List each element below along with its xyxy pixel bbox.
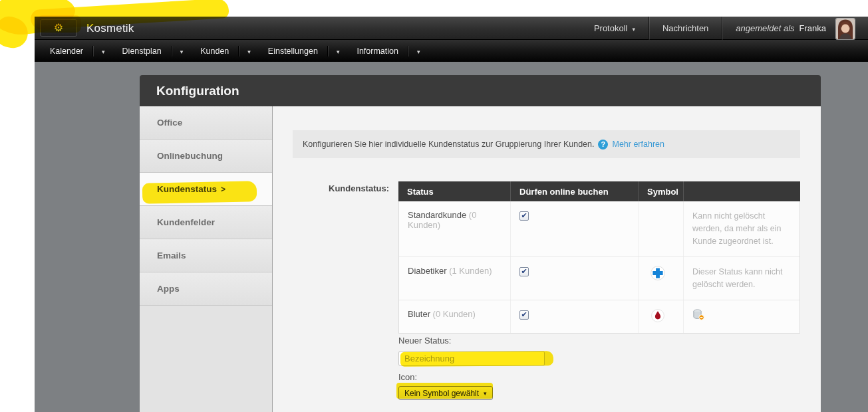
chevron-down-icon[interactable]: ▾ <box>408 49 431 55</box>
sidebar-item-label: Apps <box>157 284 180 294</box>
settings-gear-button[interactable]: ⚙ <box>40 19 77 37</box>
info-box: Konfigurieren Sie hier individuelle Kund… <box>293 130 800 158</box>
sidebar-item-label: Kundenstatus <box>157 184 217 194</box>
highlight-marker-topleft <box>0 14 31 51</box>
kundenstatus-form-label: Kundenstatus: <box>273 183 389 193</box>
note-cell: Dieser Status kann nicht gelöscht werden… <box>683 257 799 300</box>
online-checkbox[interactable]: ✔ <box>519 310 529 320</box>
nav-item-dienstplan: Dienstplan▾ <box>116 40 194 62</box>
symbol-dropdown-label: Kein Symbol gewählt <box>404 389 479 398</box>
column-header-d-rfen-online-buchen: Dürfen online buchen <box>510 181 638 201</box>
symbol-cell <box>638 300 683 333</box>
sidebar-item-kundenstatus[interactable]: Kundenstatus> <box>140 173 272 206</box>
user-account[interactable]: angemeldet als Franka <box>722 17 868 40</box>
panel-body: OfficeOnlinebuchungKundenstatus>Kundenfe… <box>140 106 821 412</box>
nav-label-dienstplan[interactable]: Dienstplan <box>116 47 171 56</box>
status-name: Bluter <box>408 309 430 319</box>
note-cell <box>683 300 799 333</box>
new-status-name-input[interactable] <box>398 351 545 366</box>
sidebar-item-kundenfelder[interactable]: Kundenfelder <box>140 206 272 239</box>
config-content: Konfigurieren Sie hier individuelle Kund… <box>273 106 821 412</box>
sidebar-item-apps[interactable]: Apps <box>140 272 272 306</box>
status-cell: Bluter (0 Kunden) <box>399 300 510 333</box>
user-name: Franka <box>799 23 826 33</box>
signed-in-label: angemeldet als <box>736 23 794 33</box>
symbol-dropdown[interactable]: Kein Symbol gewählt ▾ <box>398 386 493 400</box>
nav-item-kunden: Kunden▾ <box>194 40 261 62</box>
sidebar-item-office[interactable]: Office <box>140 106 272 140</box>
chevron-down-icon[interactable]: ▾ <box>172 49 194 55</box>
info-text: Konfigurieren Sie hier individuelle Kund… <box>303 140 594 149</box>
online-checkbox[interactable]: ✔ <box>519 211 529 221</box>
nav-item-information: Information▾ <box>350 40 430 62</box>
status-count: (1 Kunden) <box>447 266 492 276</box>
app-window: ⚙ Kosmetik Protokoll ▾ Nachrichten angem… <box>35 17 868 412</box>
table-body: Standardkunde (0 Kunden)✔Kann nicht gelö… <box>398 201 800 334</box>
active-arrow-icon: > <box>221 185 225 194</box>
online-checkbox[interactable]: ✔ <box>519 267 529 276</box>
app-title: Kosmetik <box>86 17 134 40</box>
table-header-row: StatusDürfen online buchenSymbol <box>398 181 800 201</box>
mehr-erfahren-link[interactable]: Mehr erfahren <box>612 140 664 149</box>
protokoll-label: Protokoll <box>594 23 628 33</box>
sidebar-item-label: Office <box>157 118 182 128</box>
table-row-diabetiker: Diabetiker (1 Kunden)✔Dieser Status kann… <box>399 257 799 300</box>
delete-status-icon[interactable] <box>692 309 704 322</box>
nav-item-einstellungen: Einstellungen▾ <box>261 40 351 62</box>
help-icon[interactable]: ? <box>598 140 608 150</box>
column-header-actions <box>683 181 800 201</box>
status-cell: Diabetiker (1 Kunden) <box>399 257 510 300</box>
nachrichten-menu[interactable]: Nachrichten <box>649 17 722 40</box>
page-title: Konfiguration <box>140 75 821 106</box>
main-nav: Kalender▾Dienstplan▾Kunden▾Einstellungen… <box>35 40 868 62</box>
column-header-symbol: Symbol <box>638 181 683 201</box>
nav-item-kalender: Kalender▾ <box>43 40 116 62</box>
topbar: ⚙ Kosmetik Protokoll ▾ Nachrichten angem… <box>35 17 868 40</box>
status-count: (0 Kunden) <box>430 309 476 319</box>
online-buchen-cell: ✔ <box>510 201 638 257</box>
sidebar-item-label: Emails <box>157 251 186 260</box>
page: ⚙ Kosmetik Protokoll ▾ Nachrichten angem… <box>0 0 868 412</box>
sidebar-item-label: Onlinebuchung <box>157 151 223 161</box>
topbar-right: Protokoll ▾ Nachrichten angemeldet als F… <box>581 17 868 40</box>
status-note: Kann nicht gelöscht werden, da mehr als … <box>692 210 793 248</box>
online-buchen-cell: ✔ <box>510 300 638 333</box>
symbol-cell <box>638 201 683 257</box>
sidebar-item-emails[interactable]: Emails <box>140 239 272 272</box>
symbol-cell <box>638 257 683 300</box>
note-cell: Kann nicht gelöscht werden, da mehr als … <box>683 201 799 257</box>
konfiguration-panel: Konfiguration OfficeOnlinebuchungKundens… <box>140 75 821 412</box>
content-stage: Konfiguration OfficeOnlinebuchungKundens… <box>35 62 868 412</box>
column-header-status: Status <box>398 181 510 201</box>
protokoll-menu[interactable]: Protokoll ▾ <box>581 17 649 40</box>
nachrichten-label: Nachrichten <box>662 23 708 33</box>
chevron-down-icon: ▾ <box>632 26 635 33</box>
table-row-bluter: Bluter (0 Kunden)✔ <box>399 300 799 333</box>
chevron-down-icon[interactable]: ▾ <box>93 49 116 55</box>
config-sidebar: OfficeOnlinebuchungKundenstatus>Kundenfe… <box>140 106 273 412</box>
status-note: Dieser Status kann nicht gelöscht werden… <box>692 266 793 291</box>
status-name: Diabetiker <box>408 266 447 276</box>
red-drop-icon <box>651 309 664 324</box>
blue-cross-icon <box>651 266 665 291</box>
nav-label-einstellungen[interactable]: Einstellungen <box>261 47 327 56</box>
kundenstatus-table: StatusDürfen online buchenSymbolStandard… <box>398 181 800 334</box>
avatar <box>836 19 855 39</box>
new-status-form: Neuer Status: Icon: Kein Symbol gewählt … <box>398 336 571 400</box>
icon-label: Icon: <box>398 372 571 382</box>
nav-label-kalender[interactable]: Kalender <box>43 47 92 56</box>
sidebar-item-label: Kundenfelder <box>157 217 215 227</box>
nav-label-kunden[interactable]: Kunden <box>194 47 238 56</box>
online-buchen-cell: ✔ <box>510 257 638 300</box>
chevron-down-icon[interactable]: ▾ <box>328 49 351 55</box>
nav-label-information[interactable]: Information <box>350 47 408 56</box>
new-status-label: Neuer Status: <box>398 336 571 346</box>
status-cell: Standardkunde (0 Kunden) <box>399 201 510 257</box>
chevron-down-icon[interactable]: ▾ <box>239 49 261 55</box>
status-name: Standardkunde <box>408 210 466 220</box>
chevron-down-icon: ▾ <box>484 390 487 397</box>
table-row-standardkunde: Standardkunde (0 Kunden)✔Kann nicht gelö… <box>399 201 799 257</box>
gear-icon: ⚙ <box>54 23 63 33</box>
sidebar-item-onlinebuchung[interactable]: Onlinebuchung <box>140 140 272 173</box>
